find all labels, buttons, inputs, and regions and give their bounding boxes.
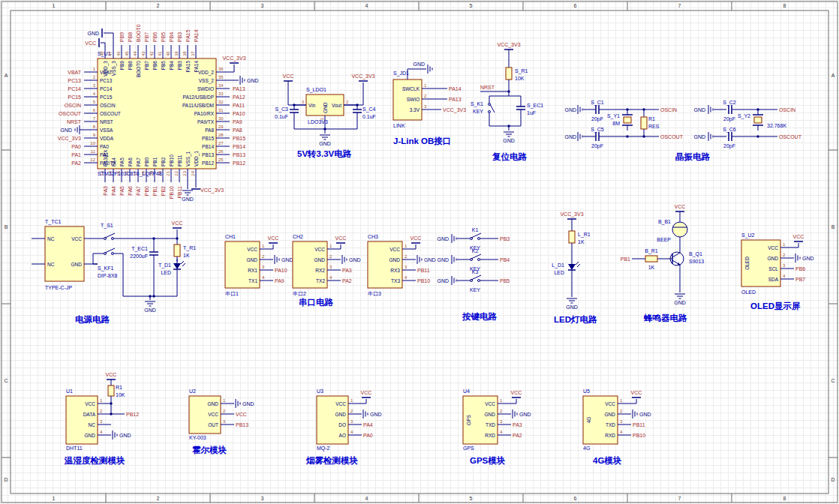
junction-dot[interactable] xyxy=(626,135,628,137)
net-label[interactable]: PA15 xyxy=(185,29,191,42)
schematic-canvas[interactable]: 1122334455667788AABBCCDDS_U11VBAT2PC133P… xyxy=(0,0,839,504)
designator[interactable]: CH3 xyxy=(368,234,378,239)
net-label[interactable]: PA0 xyxy=(363,433,373,438)
ic-symbol[interactable]: 1VCC2GND3RX24TX2 xyxy=(293,242,341,288)
ground-icon[interactable] xyxy=(342,255,347,264)
ground-icon[interactable] xyxy=(236,399,240,408)
capacitor-icon[interactable] xyxy=(516,106,525,110)
power-label[interactable]: GND xyxy=(319,141,331,146)
ground-icon[interactable] xyxy=(113,430,117,440)
power-label[interactable]: GND xyxy=(242,401,254,406)
wire[interactable] xyxy=(407,69,426,80)
designator[interactable]: S_C4 xyxy=(362,106,376,112)
component-value[interactable]: LINK xyxy=(393,123,405,128)
net-label[interactable]: OSCOUT xyxy=(779,134,802,140)
schematic-sheet[interactable]: 1122334455667788AABBCCDDS_U11VBAT2PC133P… xyxy=(0,0,839,504)
component-value[interactable]: DIP-8X8 xyxy=(98,273,118,278)
ground-icon[interactable] xyxy=(452,255,456,264)
net-label[interactable]: PA0 xyxy=(71,144,81,149)
wire[interactable] xyxy=(119,254,123,296)
crystal-icon[interactable] xyxy=(753,110,763,130)
component-value[interactable]: LDO3V3 xyxy=(308,119,328,124)
designator[interactable]: T_TC1 xyxy=(45,219,62,225)
net-label[interactable]: PB6 xyxy=(152,32,158,42)
ground-icon[interactable] xyxy=(320,135,330,140)
net-label[interactable]: VCC xyxy=(172,220,183,226)
component-value[interactable]: 10K xyxy=(515,76,525,81)
resistor-body[interactable] xyxy=(645,256,657,262)
resistor-body[interactable] xyxy=(108,386,114,396)
ground-icon[interactable] xyxy=(275,255,279,264)
net-label[interactable]: PB10 xyxy=(169,186,174,199)
resistor-body[interactable] xyxy=(506,68,512,80)
power-label[interactable]: GND xyxy=(564,107,576,112)
ic-symbol[interactable]: 1VCC2GND3DO4AO xyxy=(317,396,362,444)
designator[interactable]: CH2 xyxy=(293,234,303,239)
net-label[interactable]: PA10 xyxy=(233,111,245,116)
net-label[interactable]: NRST xyxy=(67,119,82,124)
power-label[interactable]: GND xyxy=(87,31,99,36)
designator[interactable]: U1 xyxy=(66,388,73,394)
designator[interactable]: K2 xyxy=(472,248,479,254)
circuit-title[interactable]: 温湿度检测模块 xyxy=(64,455,125,465)
wire[interactable] xyxy=(511,399,516,404)
pin-name[interactable]: GPS xyxy=(466,414,471,424)
ground-icon[interactable] xyxy=(708,105,713,114)
net-label[interactable]: PB9 xyxy=(119,32,125,42)
component-value[interactable]: TYPE-C-JP xyxy=(45,285,73,290)
power-label[interactable]: GND xyxy=(424,257,436,262)
component-value[interactable]: 20pF xyxy=(591,143,603,149)
resistor-body[interactable] xyxy=(569,231,575,243)
net-label[interactable]: VCC xyxy=(106,372,117,377)
net-label[interactable]: PB13 xyxy=(236,422,248,428)
component-value[interactable]: 1K xyxy=(578,239,585,244)
circuit-title[interactable]: 蜂鸣器电路 xyxy=(643,314,687,322)
ic-symbol[interactable]: 1VBAT2PC133PC144PC155OSCIN6OSCOUT7NRST8V… xyxy=(84,45,230,182)
designator[interactable]: S_LDO1 xyxy=(306,87,326,93)
capacitor-icon[interactable] xyxy=(149,252,158,255)
ground-icon[interactable] xyxy=(578,105,582,114)
net-label[interactable]: OSCIN xyxy=(65,103,81,108)
component-value[interactable]: LED xyxy=(161,270,171,275)
designator[interactable]: T_S1 xyxy=(101,223,113,229)
ground-icon[interactable] xyxy=(363,410,368,418)
designator[interactable]: U5 xyxy=(583,388,590,394)
ic-symbol[interactable]: 1GND2VCC3OUT xyxy=(189,396,234,434)
net-label[interactable]: VCC xyxy=(335,236,347,241)
net-label[interactable]: VCC_3V3 xyxy=(58,136,81,142)
ground-icon[interactable] xyxy=(675,294,685,298)
net-label[interactable]: PA13 xyxy=(233,86,245,92)
ground-icon[interactable] xyxy=(513,410,517,418)
net-label[interactable]: VCC xyxy=(85,40,96,46)
power-label[interactable]: GND xyxy=(437,278,449,284)
power-label[interactable]: GND xyxy=(564,134,576,140)
net-label[interactable]: PB10 xyxy=(417,278,430,284)
ic-symbol[interactable]: 1SWCLK2SWIO33.3V xyxy=(393,80,435,120)
component-value[interactable]: 1uF xyxy=(527,110,536,116)
net-label[interactable]: PB8 xyxy=(128,32,133,42)
net-label[interactable]: PA9 xyxy=(275,278,284,284)
component-value[interactable]: 1K xyxy=(648,265,655,270)
net-label[interactable]: OSCOUT xyxy=(59,111,82,116)
wire[interactable] xyxy=(230,64,234,72)
transistor-icon[interactable] xyxy=(666,248,684,269)
designator[interactable]: S_K1 xyxy=(471,101,483,107)
ground-icon[interactable] xyxy=(240,76,245,85)
pin-name[interactable]: OLED xyxy=(744,256,750,270)
net-label[interactable]: PB3 xyxy=(177,32,182,42)
designator[interactable]: R1 xyxy=(116,385,122,390)
ground-icon[interactable] xyxy=(578,132,582,141)
wire[interactable] xyxy=(93,254,99,264)
power-label[interactable]: GND xyxy=(437,257,449,262)
net-label[interactable]: OSCIN xyxy=(779,107,795,112)
designator[interactable]: S_JD1 xyxy=(393,70,409,76)
designator[interactable]: B_R1 xyxy=(645,248,658,254)
net-label[interactable]: PC14 xyxy=(68,86,81,92)
capacitor-icon[interactable] xyxy=(596,132,599,141)
designator[interactable]: L_R1 xyxy=(578,232,591,238)
power-label[interactable]: GND xyxy=(519,412,531,417)
designator[interactable]: S_C2 xyxy=(723,100,736,106)
designator[interactable]: K1 xyxy=(472,227,479,232)
component-value[interactable]: 串口1 xyxy=(225,291,239,297)
component-value[interactable]: 4G xyxy=(583,446,590,451)
